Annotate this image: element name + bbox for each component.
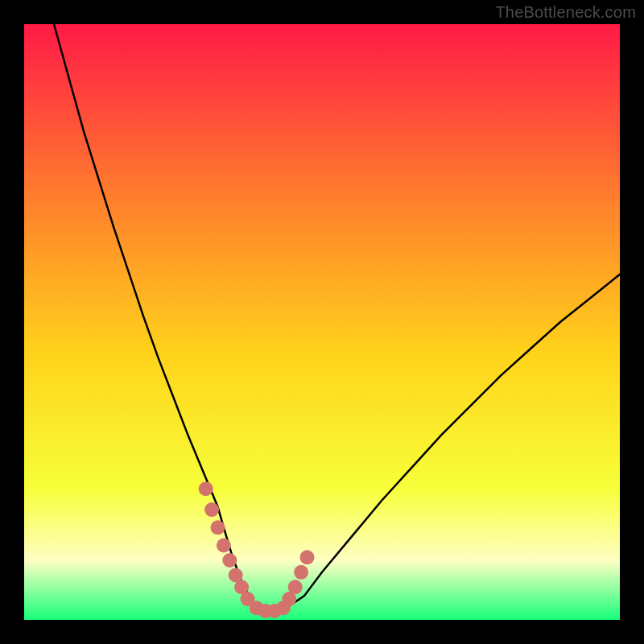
highlight-marker — [204, 502, 219, 517]
highlight-marker — [211, 520, 225, 535]
gradient-background — [24, 24, 620, 620]
highlight-marker — [199, 481, 213, 496]
highlight-marker — [294, 565, 308, 580]
highlight-marker — [217, 539, 231, 553]
plot-area — [24, 24, 620, 620]
chart-root: TheBottleneck.com — [0, 0, 644, 644]
plot-svg — [24, 24, 620, 620]
highlight-marker — [288, 580, 303, 594]
watermark-text: TheBottleneck.com — [495, 3, 636, 22]
highlight-marker — [222, 553, 237, 568]
highlight-marker — [300, 550, 315, 564]
